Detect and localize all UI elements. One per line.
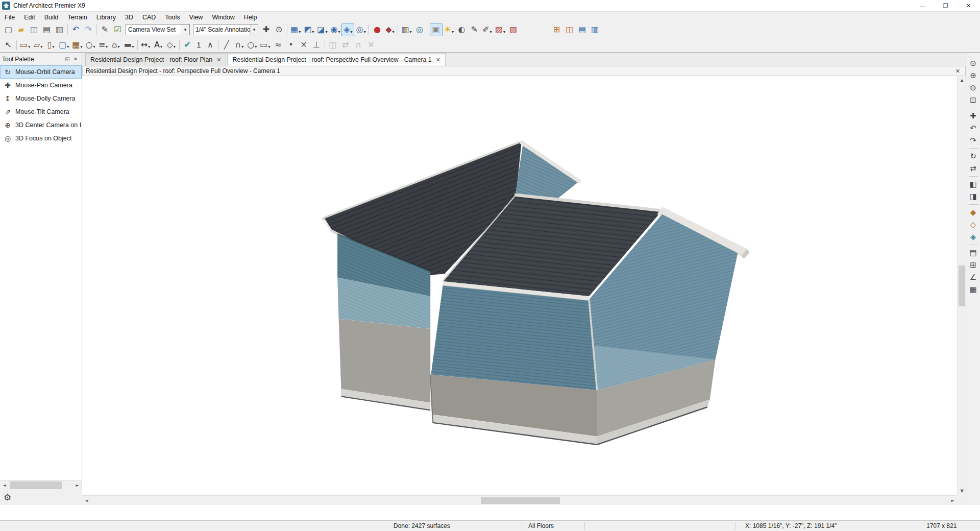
canvas-vertical-scrollbar[interactable]: ▲ ▼ <box>957 76 966 495</box>
fixture-tools-icon[interactable]: ○▾ <box>84 38 96 51</box>
draw-line-icon[interactable]: ╱ <box>220 38 233 51</box>
undo-zoom-icon[interactable]: ↶ <box>967 122 979 134</box>
tab-close-icon[interactable]: ✕ <box>436 57 440 63</box>
draw-spline-icon[interactable]: ≈ <box>272 38 285 51</box>
shadows-icon[interactable]: ◐ <box>455 23 468 36</box>
wall-elevation-view-icon[interactable]: ◪▾ <box>315 23 329 36</box>
copy-icon[interactable]: ◫ <box>327 38 339 51</box>
patterns-icon[interactable]: ▧ <box>507 23 520 36</box>
tile-windows-icon[interactable]: ⊞ <box>550 23 563 36</box>
material-eyedropper-icon[interactable]: ✐▾ <box>481 23 494 36</box>
palette-item-mouse-orbit-camera[interactable]: ↻ Mouse-Orbit Camera <box>0 65 82 79</box>
up-one-floor-icon[interactable]: ∧ <box>204 38 216 51</box>
zoom-icon[interactable]: ⊙ <box>967 57 979 69</box>
window-tools-icon[interactable]: ▢▾ <box>57 38 70 51</box>
draw-circle-icon[interactable]: ○▾ <box>246 38 258 51</box>
marker-tools-icon[interactable]: ◇▾ <box>165 38 178 51</box>
elevation-view-icon[interactable]: ◧ <box>967 178 979 190</box>
palette-item-mouse-pan-camera[interactable]: ✚ Mouse-Pan Camera <box>0 79 82 92</box>
dimension-tools-icon[interactable]: ↔▾ <box>139 38 152 51</box>
scroll-left-icon[interactable]: ◄ <box>0 481 9 490</box>
annotations-check-icon[interactable]: ☑ <box>111 23 124 36</box>
export-picture-icon[interactable]: ▥ <box>53 23 66 36</box>
pan-window-icon[interactable]: ✚ <box>967 110 979 122</box>
scroll-down-icon[interactable]: ▼ <box>958 487 966 495</box>
menu-item-edit[interactable]: Edit <box>19 13 40 22</box>
menu-item-cad[interactable]: CAD <box>138 13 160 22</box>
grid-snaps-icon[interactable]: ▦ <box>967 283 979 296</box>
palette-close-icon[interactable]: ✕ <box>71 55 80 63</box>
floor-overview-icon[interactable]: ◎▾ <box>354 23 367 36</box>
draw-box-icon[interactable]: ▭▾ <box>258 38 272 51</box>
palette-item-mouse-tilt-camera[interactable]: ⇗ Mouse-Tilt Camera <box>0 105 82 118</box>
record-walkthrough-icon[interactable]: ● <box>371 23 383 36</box>
menu-item-window[interactable]: Window <box>207 13 239 22</box>
trim-icon[interactable]: ✕ <box>298 38 310 51</box>
deck-tools-icon[interactable]: ▱▾ <box>32 38 44 51</box>
palette-item-3d-center-camera[interactable]: ⊕ 3D Center Camera on Point <box>0 118 82 132</box>
menu-item-3d[interactable]: 3D <box>120 13 138 22</box>
swap-views-icon[interactable]: ◫ <box>563 23 576 36</box>
project-browser-icon[interactable]: ▥ <box>589 23 601 36</box>
camera-viewport[interactable] <box>82 76 957 495</box>
wall-tools-icon[interactable]: ▭▾ <box>18 38 32 51</box>
open-plan-icon[interactable]: ▰ <box>15 23 28 36</box>
undo-icon[interactable]: ↶ <box>69 23 82 36</box>
save-icon[interactable]: ◫ <box>28 23 40 36</box>
zoom-out-icon[interactable]: ⊖ <box>967 82 979 94</box>
ceiling-tools-icon[interactable]: ▬▾ <box>122 38 135 51</box>
tool-palette-header[interactable]: Tool Palette ◱ ✕ <box>0 53 82 65</box>
annotations-combo[interactable]: 1/4" Scale Annotations ▾ <box>193 24 258 35</box>
cabinet-tools-icon[interactable]: ▦▾ <box>70 38 84 51</box>
perspective-overview-icon[interactable]: ◈▾ <box>341 23 354 36</box>
tab-camera-1[interactable]: Residential Design Project - roof: Persp… <box>227 53 445 66</box>
tab-close-icon[interactable]: ✕ <box>216 57 221 63</box>
menu-item-library[interactable]: Library <box>92 13 120 22</box>
auto-rebuild-check-icon[interactable]: ✔ <box>181 38 194 51</box>
fillet-icon[interactable]: ∩ <box>352 38 365 51</box>
floor-plan-view-icon[interactable]: ▦▾ <box>289 23 302 36</box>
delete-icon[interactable]: ✕ <box>365 38 378 51</box>
menu-item-help[interactable]: Help <box>239 13 262 22</box>
sunlight-icon[interactable]: ☀▾ <box>443 23 455 36</box>
extend-icon[interactable]: ⊥ <box>310 38 323 51</box>
tilt-view-icon[interactable]: ⇄ <box>967 162 979 175</box>
tab-floor-plan[interactable]: Residential Design Project - roof: Floor… <box>85 53 226 66</box>
angle-snaps-icon[interactable]: ∠ <box>967 271 979 283</box>
object-snaps-icon[interactable]: ⊞ <box>967 259 979 271</box>
draw-point-icon[interactable]: • <box>285 38 298 51</box>
menu-item-view[interactable]: View <box>185 13 208 22</box>
close-button[interactable]: ✕ <box>957 0 980 12</box>
zoom-in-icon[interactable]: ⊕ <box>967 69 979 82</box>
transform-icon[interactable]: ⇄ <box>339 38 352 51</box>
palette-item-mouse-dolly-camera[interactable]: ↕ Mouse-Dolly Camera <box>0 92 82 105</box>
menu-item-file[interactable]: File <box>0 13 19 22</box>
walkthrough-path-icon[interactable]: ◆▾ <box>383 23 396 36</box>
redo-zoom-icon[interactable]: ↷ <box>967 134 979 147</box>
select-objects-icon[interactable]: ↖ <box>2 38 15 51</box>
edit-defaults-icon[interactable]: ✎ <box>99 23 111 36</box>
cross-section-view-icon[interactable]: ◩▾ <box>302 23 315 36</box>
render-technique-icon[interactable]: ◆ <box>967 206 979 219</box>
view-set-combo[interactable]: Camera View Set ▾ <box>126 24 190 35</box>
minimize-button[interactable]: — <box>911 0 934 12</box>
menu-item-build[interactable]: Build <box>40 13 63 22</box>
vertical-scroll-thumb[interactable] <box>959 266 965 306</box>
material-painter-icon[interactable]: ▨▾ <box>494 23 507 36</box>
technical-technique-icon[interactable]: ◈ <box>967 231 979 243</box>
menu-item-tools[interactable]: Tools <box>160 13 184 22</box>
horizontal-scroll-thumb[interactable] <box>481 497 560 504</box>
stair-tools-icon[interactable]: ≡▾ <box>96 38 109 51</box>
maximize-button[interactable]: ❐ <box>934 0 957 12</box>
new-plan-icon[interactable]: ▢ <box>2 23 15 36</box>
roof-tools-icon[interactable]: ⌂▾ <box>109 38 122 51</box>
layer-display-icon[interactable]: ▤ <box>967 247 979 259</box>
adjust-lights-icon[interactable]: ▣ <box>430 23 443 36</box>
door-tools-icon[interactable]: ▯▾ <box>44 38 57 51</box>
point-to-point-icon[interactable]: ✚ <box>260 23 273 36</box>
menu-item-terrain[interactable]: Terrain <box>63 13 92 22</box>
redo-icon[interactable]: ↷ <box>82 23 95 36</box>
input-point-icon[interactable]: ⊙ <box>273 23 285 36</box>
target-3d-icon[interactable]: ◎ <box>413 23 426 36</box>
watercolor-technique-icon[interactable]: ◇ <box>967 219 979 231</box>
